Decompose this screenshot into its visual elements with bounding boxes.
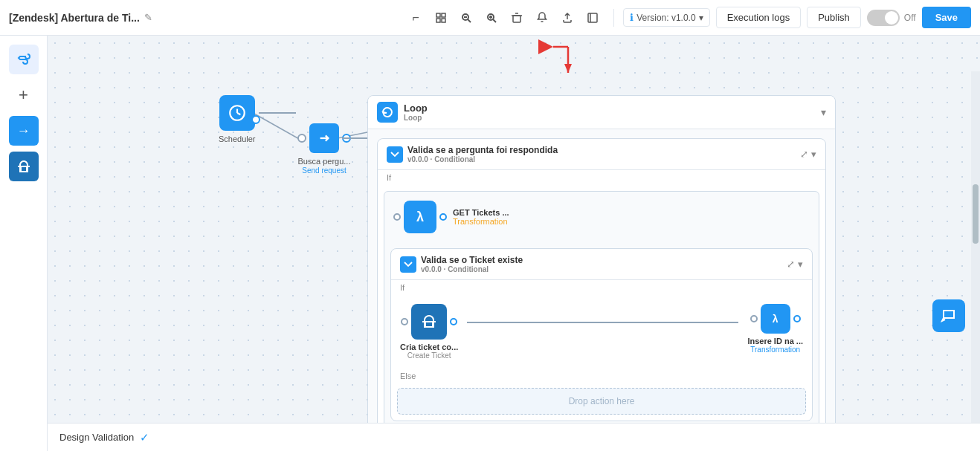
- delete-btn[interactable]: [505, 6, 529, 30]
- toolbar-icons: ⌐: [404, 6, 605, 30]
- ct-right-conn: [450, 318, 457, 325]
- chat-btn[interactable]: [932, 299, 965, 332]
- bell-btn[interactable]: [530, 6, 554, 30]
- send-sublabel: Send request: [297, 166, 351, 175]
- get-tickets-area: λ GET Tickets ... Transformation: [384, 192, 819, 242]
- nested-cond-actions: ⤢ ▾: [787, 259, 803, 270]
- outer-condition-icon: [387, 146, 403, 163]
- sidebar-add-btn[interactable]: +: [9, 80, 39, 110]
- upload-btn[interactable]: [555, 6, 579, 30]
- nested-drop-zone[interactable]: Drop action here: [397, 388, 806, 415]
- grid-icon-btn[interactable]: [429, 6, 453, 30]
- svg-rect-15: [588, 13, 597, 22]
- insert-id-node[interactable]: λ: [761, 304, 790, 334]
- version-chevron: ▾: [699, 13, 703, 23]
- nested-cond-title: Valida se o Ticket existe v0.0.0 · Condi…: [400, 255, 523, 273]
- toggle-label: Off: [904, 13, 916, 23]
- save-btn[interactable]: Save: [922, 7, 971, 28]
- scrollbar-thumb[interactable]: [973, 184, 979, 244]
- conn-sch-send: [259, 112, 296, 114]
- edit-icon[interactable]: ✎: [144, 12, 152, 23]
- page-title: [Zendesk] Abertura de Ti...: [9, 12, 140, 24]
- loop-title: Loop Loop: [377, 102, 428, 123]
- nested-condition-block[interactable]: Valida se o Ticket existe v0.0.0 · Condi…: [390, 248, 813, 421]
- svg-marker-19: [538, 39, 553, 54]
- nested-if-label: If: [391, 280, 812, 295]
- nested-cond-icon: [400, 256, 416, 273]
- version-label: Version: v1.0.0: [636, 13, 695, 23]
- scrollbar[interactable]: [971, 71, 980, 423]
- scheduler-node[interactable]: Scheduler: [219, 95, 256, 144]
- sidebar-arrow-btn[interactable]: →: [9, 116, 39, 146]
- canvas: Scheduler Busca pergu... Send request: [48, 36, 980, 451]
- nested-cond-name: Valida se o Ticket existe: [421, 255, 523, 265]
- sidebar-wrench-btn[interactable]: [9, 45, 39, 74]
- get-tickets-name: GET Tickets ...: [453, 208, 509, 217]
- loop-container[interactable]: Loop Loop ▾ Valida se a pergunta foi res…: [367, 95, 836, 451]
- execution-logs-btn[interactable]: Execution logs: [716, 7, 802, 28]
- svg-line-8: [493, 19, 496, 22]
- svg-rect-11: [513, 16, 520, 22]
- get-tickets-info: GET Tickets ... Transformation: [453, 208, 509, 226]
- send-left-connector: [297, 134, 306, 143]
- create-ticket-node[interactable]: [411, 304, 447, 340]
- loop-chevron-icon[interactable]: ▾: [821, 106, 826, 118]
- gt-right-conn: [439, 213, 447, 221]
- outer-condition-block[interactable]: Valida se a pergunta foi respondida v0.0…: [377, 138, 826, 451]
- svg-line-5: [468, 19, 471, 22]
- create-ticket-type: Create Ticket: [400, 351, 458, 360]
- outer-cond-chevron-btn[interactable]: ▾: [811, 149, 816, 160]
- nested-else-label: Else: [391, 369, 812, 382]
- ins-left-conn: [750, 315, 758, 322]
- action-row: Cria ticket co... Create Ticket λ: [391, 295, 812, 369]
- insert-id-name: Insere ID na ...: [747, 337, 803, 345]
- inner-block: λ GET Tickets ... Transformation: [384, 191, 819, 428]
- sidebar-zendesk-btn[interactable]: [9, 152, 39, 181]
- svg-rect-3: [442, 19, 445, 22]
- flow-icon-btn[interactable]: ⌐: [404, 6, 428, 30]
- nested-cond-sub: v0.0.0 · Conditional: [421, 265, 523, 273]
- svg-rect-0: [436, 13, 440, 17]
- scheduler-label: Scheduler: [219, 134, 256, 144]
- svg-rect-1: [442, 13, 445, 17]
- outer-if-label: If: [378, 170, 825, 185]
- send-box[interactable]: [309, 123, 339, 153]
- svg-line-17: [254, 114, 300, 140]
- gt-left-conn: [393, 213, 401, 221]
- publish-btn[interactable]: Publish: [807, 7, 861, 28]
- outer-cond-name: Valida se a pergunta foi respondida: [407, 145, 558, 155]
- topbar: [Zendesk] Abertura de Ti... ✎ ⌐: [0, 0, 980, 36]
- bottombar: Design Validation ✓: [48, 423, 980, 451]
- svg-rect-2: [436, 19, 440, 22]
- outer-condition-header: Valida se a pergunta foi respondida v0.0…: [378, 139, 825, 170]
- nested-cond-header: Valida se o Ticket existe v0.0.0 · Condi…: [391, 249, 812, 280]
- outer-condition-title: Valida se a pergunta foi respondida v0.0…: [387, 145, 558, 163]
- ins-right-conn: [793, 315, 801, 322]
- svg-marker-22: [564, 64, 572, 73]
- scheduler-box: [219, 95, 255, 131]
- info-icon: ℹ: [630, 12, 634, 23]
- get-tickets-type: Transformation: [453, 217, 509, 226]
- export-btn[interactable]: [581, 6, 605, 30]
- loop-subtitle-text: Loop: [404, 114, 428, 122]
- sidebar: + →: [0, 36, 48, 451]
- conn-send-loop: [342, 137, 369, 139]
- toggle-area: Off: [867, 10, 916, 26]
- scheduler-right-connector: [251, 115, 260, 124]
- outer-cond-expand-btn[interactable]: ⤢: [800, 149, 808, 160]
- zoom-out-btn[interactable]: [454, 6, 478, 30]
- svg-line-25: [237, 113, 240, 114]
- zoom-in-btn[interactable]: [480, 6, 503, 30]
- nested-cond-expand-btn[interactable]: ⤢: [787, 259, 795, 270]
- loop-header: Loop Loop ▾: [368, 96, 835, 129]
- toggle-switch[interactable]: [867, 10, 900, 26]
- create-ticket-name: Cria ticket co...: [400, 343, 458, 351]
- lambda-node-get[interactable]: λ: [404, 201, 436, 233]
- ct-to-ins-conn: [467, 322, 738, 323]
- ct-left-conn: [401, 318, 408, 325]
- insert-id-type: Transformation: [747, 345, 803, 354]
- check-icon: ✓: [140, 431, 149, 444]
- loop-title-text: Loop: [404, 103, 428, 114]
- version-badge[interactable]: ℹ Version: v1.0.0 ▾: [623, 8, 709, 27]
- nested-cond-chevron-btn[interactable]: ▾: [798, 259, 803, 270]
